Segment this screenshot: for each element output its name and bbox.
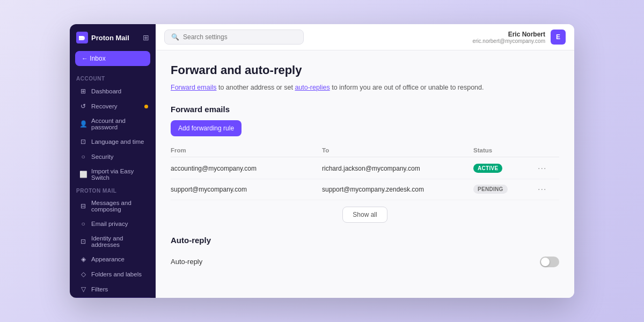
sidebar-item-appearance[interactable]: ◈ Appearance (73, 252, 152, 266)
filters-icon: ▽ (79, 286, 87, 293)
sidebar-item-label: Filters (91, 286, 108, 292)
sidebar-item-label: Messages and composing (91, 200, 146, 213)
sidebar-item-label: Security (91, 153, 114, 160)
account-section-label: Account (70, 72, 156, 84)
content-area: Forward and auto-reply Forward emails to… (156, 50, 574, 298)
table-header: From To Status (171, 144, 559, 157)
sidebar-item-messages[interactable]: ⊟ Messages and composing (73, 196, 152, 216)
folders-icon: ◇ (79, 270, 87, 278)
sidebar-item-language-time[interactable]: ⊡ Language and time (73, 135, 152, 149)
appearance-icon: ◈ (79, 255, 87, 263)
row1-actions: ··· (538, 164, 559, 173)
sidebar-item-security[interactable]: ○ Security (73, 150, 152, 164)
forward-section-title: Forward emails (171, 105, 559, 114)
page-description: Forward emails to another address or set… (171, 83, 559, 93)
user-email: eric.norbert@mycompany.com (472, 38, 545, 44)
sidebar-item-folders[interactable]: ◇ Folders and labels (73, 267, 152, 281)
sidebar-item-label: Dashboard (91, 88, 121, 94)
proton-logo-icon (76, 32, 88, 43)
sidebar-item-filters[interactable]: ▽ Filters (73, 282, 152, 296)
avatar: E (551, 30, 566, 45)
privacy-icon: ○ (79, 220, 87, 228)
user-info: Eric Norbert eric.norbert@mycompany.com … (472, 30, 566, 45)
row1-to: richard.jackson@mycompany.com (322, 165, 473, 172)
app-window: Proton Mail ⊞ ← Inbox Account ⊞ Dashboar… (70, 24, 574, 298)
auto-reply-row: Auto-reply (171, 251, 559, 273)
sidebar-item-recovery[interactable]: ↺ Recovery (73, 99, 152, 113)
auto-replies-link[interactable]: auto-replies (295, 84, 330, 91)
status-badge-pending: PENDING (473, 185, 508, 194)
sidebar-header: Proton Mail ⊞ (70, 24, 156, 51)
desc-suffix: to inform you are out of office or unabl… (332, 84, 484, 91)
sidebar-item-label: Recovery (91, 103, 118, 109)
add-forwarding-rule-button[interactable]: Add forwarding rule (171, 120, 241, 136)
sidebar-item-account-password[interactable]: 👤 Account and password (73, 114, 152, 134)
search-box[interactable]: 🔍 (164, 30, 304, 45)
row2-more-button[interactable]: ··· (538, 185, 546, 194)
grid-icon[interactable]: ⊞ (143, 33, 149, 42)
auto-reply-toggle[interactable] (540, 257, 559, 267)
search-input[interactable] (183, 33, 297, 41)
sidebar-item-label: Email privacy (91, 221, 128, 227)
col-to: To (322, 147, 473, 153)
table-row: support@mycompany.com support@mycompany.… (171, 179, 559, 200)
page-title: Forward and auto-reply (171, 63, 559, 77)
sidebar-item-label: Identity and addresses (91, 235, 146, 248)
logo-text: Proton Mail (91, 34, 129, 42)
table-row: accounting@mycompany.com richard.jackson… (171, 158, 559, 179)
sidebar: Proton Mail ⊞ ← Inbox Account ⊞ Dashboar… (70, 24, 156, 298)
dashboard-icon: ⊞ (79, 87, 87, 95)
recovery-dot (144, 105, 148, 108)
row1-status: ACTIVE (473, 164, 538, 173)
main-area: 🔍 Eric Norbert eric.norbert@mycompany.co… (156, 24, 574, 298)
topbar: 🔍 Eric Norbert eric.norbert@mycompany.co… (156, 24, 574, 50)
security-icon: ○ (79, 153, 87, 160)
auto-reply-label: Auto-reply (171, 258, 202, 266)
inbox-button[interactable]: ← Inbox (75, 51, 150, 66)
col-from: From (171, 147, 322, 153)
auto-reply-title: Auto-reply (171, 236, 559, 245)
col-actions (538, 147, 559, 153)
forward-section: Forward emails Add forwarding rule From … (171, 105, 559, 223)
desc-middle: to another address or set (218, 84, 295, 91)
sidebar-item-import[interactable]: ⬜ Import via Easy Switch (73, 165, 152, 184)
sidebar-item-label: Account and password (91, 118, 146, 130)
sidebar-item-label: Language and time (91, 138, 144, 145)
row2-to: support@mycompany.zendesk.com (322, 186, 473, 193)
user-details: Eric Norbert eric.norbert@mycompany.com (472, 31, 545, 44)
logo: Proton Mail (76, 32, 129, 43)
import-icon: ⬜ (79, 171, 87, 178)
row2-from: support@mycompany.com (171, 186, 322, 193)
sidebar-item-identity[interactable]: ⊡ Identity and addresses (73, 232, 152, 251)
language-icon: ⊡ (79, 138, 87, 145)
sidebar-item-dashboard[interactable]: ⊞ Dashboard (73, 84, 152, 98)
protonmail-section-label: Proton Mail (70, 185, 156, 196)
messages-icon: ⊟ (79, 202, 87, 210)
recovery-icon: ↺ (79, 103, 87, 110)
sidebar-item-forward[interactable]: ⊟ Forward and auto-reply (73, 297, 152, 298)
search-icon: 🔍 (171, 33, 179, 41)
sidebar-item-email-privacy[interactable]: ○ Email privacy (73, 217, 152, 231)
row1-from: accounting@mycompany.com (171, 165, 322, 172)
sidebar-item-label: Appearance (91, 256, 125, 262)
row2-status: PENDING (473, 185, 538, 194)
col-status: Status (473, 147, 538, 153)
sidebar-item-label: Import via Easy Switch (91, 168, 146, 181)
forward-emails-link[interactable]: Forward emails (171, 84, 216, 91)
account-icon: 👤 (79, 120, 87, 128)
identity-icon: ⊡ (79, 238, 87, 245)
status-badge-active: ACTIVE (473, 164, 502, 173)
show-all-button[interactable]: Show all (342, 207, 387, 223)
user-name: Eric Norbert (472, 31, 545, 38)
auto-reply-section: Auto-reply Auto-reply (171, 236, 559, 273)
row1-more-button[interactable]: ··· (538, 164, 546, 173)
row2-actions: ··· (538, 185, 559, 194)
sidebar-item-label: Folders and labels (91, 271, 142, 277)
